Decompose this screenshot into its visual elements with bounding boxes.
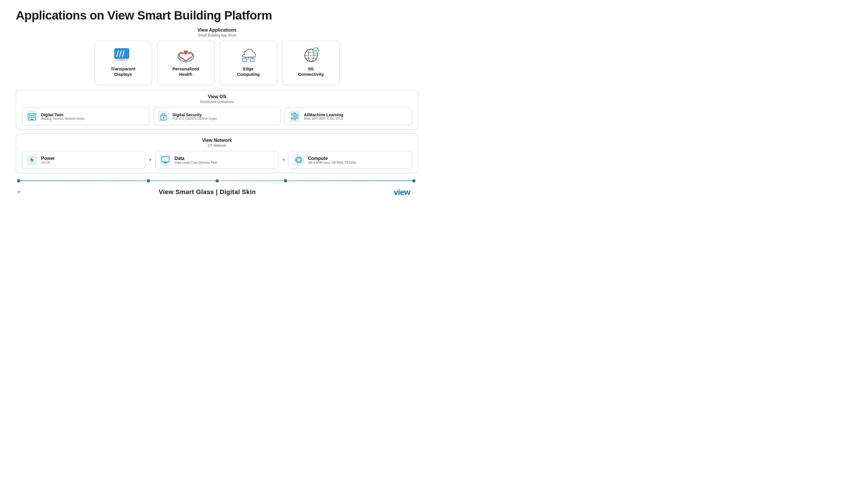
- digital-twin-title: Digital Twin: [41, 112, 85, 117]
- plus-sign-2: +: [281, 157, 286, 163]
- page-number: 37: [17, 190, 21, 194]
- connector-dot-center: [216, 180, 219, 182]
- svg-point-19: [318, 50, 319, 51]
- svg-line-40: [293, 115, 294, 116]
- page: Applications on View Smart Building Plat…: [0, 0, 434, 244]
- digital-twin-text: Digital Twin Building, Sensors, Network …: [41, 112, 85, 120]
- transparent-displays-icon: [113, 46, 133, 63]
- svg-rect-24: [33, 115, 34, 116]
- svg-point-33: [291, 118, 293, 119]
- plus-sign-1: +: [148, 157, 153, 163]
- page-title: Applications on View Smart Building Plat…: [16, 9, 418, 22]
- svg-rect-25: [29, 117, 30, 118]
- compute-subtitle: x86 & ARM cores, GB RAM, TB SSDs: [308, 161, 356, 164]
- app-card-personalized-health: PersonalizedHealth: [157, 41, 215, 85]
- data-title: Data: [175, 156, 218, 161]
- edge-computing-icon: [239, 46, 258, 63]
- svg-rect-23: [31, 115, 32, 116]
- svg-rect-22: [29, 115, 30, 116]
- svg-rect-28: [31, 119, 33, 120]
- digital-security-text: Digital Security TLS v1.2, 128AES-256SHA…: [173, 112, 217, 120]
- view-network-label: View Network: [22, 138, 412, 143]
- svg-rect-4: [118, 59, 125, 60]
- svg-line-45: [296, 116, 297, 118]
- digital-security-subtitle: TLS v1.2, 128AES-256SHA Crypto: [173, 117, 217, 120]
- svg-rect-0: [115, 48, 129, 59]
- power-subtitle: 24v DC: [41, 161, 55, 164]
- view-os-sublabel: Distributed Containers: [22, 100, 412, 104]
- svg-rect-50: [164, 162, 166, 163]
- digital-twin-icon: [26, 110, 38, 122]
- svg-point-37: [297, 114, 298, 116]
- network-card-data: Data Gbps Linear Coax Ethernet, Fiber: [155, 151, 279, 169]
- 5g-connectivity-label: 5GConnectivity: [298, 66, 324, 77]
- power-icon: [26, 154, 38, 166]
- view-os-section: View OS Distributed Containers: [16, 90, 418, 129]
- footer: 37 View Smart Glass | Digital Skin view: [16, 187, 418, 197]
- svg-point-38: [297, 117, 298, 119]
- svg-point-35: [294, 116, 296, 117]
- connector-dot-mid2: [284, 180, 287, 182]
- digital-twin-subtitle: Building, Sensors, Network Nodes: [41, 117, 85, 120]
- os-card-digital-twin: Digital Twin Building, Sensors, Network …: [22, 107, 149, 125]
- os-card-digital-security: Digital Security TLS v1.2, 128AES-256SHA…: [153, 107, 281, 125]
- svg-rect-7: [243, 59, 246, 61]
- ai-ml-title: AI/Machine Learning: [304, 112, 343, 117]
- svg-point-34: [294, 112, 296, 114]
- digital-security-title: Digital Security: [173, 112, 217, 117]
- network-card-compute: Compute x86 & ARM cores, GB RAM, TB SSDs: [289, 151, 412, 169]
- view-applications-section: View Applications Smart Building App Sto…: [16, 28, 418, 85]
- compute-title: Compute: [308, 156, 356, 161]
- svg-rect-26: [31, 117, 32, 118]
- svg-text:5G: 5G: [314, 50, 317, 52]
- edge-computing-label: EdgeComputing: [237, 66, 260, 77]
- data-icon: [160, 154, 171, 166]
- connector-dot-mid1: [147, 180, 150, 182]
- view-logo: view: [394, 187, 417, 197]
- view-os-label: View OS: [22, 94, 412, 99]
- connector-dot-left: [17, 180, 20, 182]
- 5g-connectivity-icon: 5G: [301, 46, 321, 63]
- power-text: Power 24v DC: [41, 156, 55, 164]
- svg-line-46: [296, 118, 297, 119]
- network-cards-row: Power 24v DC + Data: [22, 151, 412, 169]
- power-title: Power: [41, 156, 55, 161]
- app-cards-row: TransparentDisplays: [16, 41, 418, 85]
- view-applications-sublabel: Smart Building App Store: [16, 33, 418, 37]
- personalized-health-label: PersonalizedHealth: [172, 66, 199, 77]
- view-network-sublabel: OT Network: [22, 143, 412, 148]
- svg-text:view: view: [394, 188, 410, 197]
- view-network-section: View Network OT Network Power 24v DC +: [16, 133, 418, 173]
- svg-rect-51: [163, 163, 167, 163]
- svg-rect-49: [162, 157, 168, 161]
- os-card-ai-ml: AI/Machine Learning RNN, MRT, AER, TLSG,…: [285, 107, 412, 125]
- svg-point-36: [294, 118, 296, 120]
- compute-icon: [293, 154, 305, 166]
- app-card-edge-computing: EdgeComputing: [220, 41, 277, 85]
- connector-bar: [16, 175, 418, 184]
- svg-point-18: [317, 48, 318, 49]
- svg-rect-27: [33, 117, 34, 118]
- footer-title: View Smart Glass | Digital Skin: [21, 188, 394, 196]
- svg-line-44: [296, 115, 297, 116]
- ai-ml-text: AI/Machine Learning RNN, MRT, AER, TLSG,…: [304, 112, 343, 120]
- digital-security-icon: [158, 110, 169, 122]
- os-cards-row: Digital Twin Building, Sensors, Network …: [22, 107, 412, 125]
- connector-dot-right: [412, 180, 415, 182]
- svg-point-32: [291, 113, 293, 115]
- svg-point-30: [162, 117, 164, 118]
- svg-rect-53: [297, 158, 300, 161]
- data-subtitle: Gbps Linear Coax Ethernet, Fiber: [175, 161, 218, 164]
- svg-rect-5: [116, 60, 127, 61]
- ai-ml-icon: [289, 110, 301, 122]
- data-text: Data Gbps Linear Coax Ethernet, Fiber: [175, 156, 218, 164]
- personalized-health-icon: [176, 46, 196, 63]
- ai-ml-subtitle: RNN, MRT, AER, TLSG, RTLS: [304, 117, 343, 120]
- transparent-displays-label: TransparentDisplays: [111, 66, 135, 77]
- compute-text: Compute x86 & ARM cores, GB RAM, TB SSDs: [308, 156, 356, 164]
- app-card-transparent-displays: TransparentDisplays: [94, 41, 152, 85]
- svg-line-41: [293, 116, 294, 118]
- app-card-5g-connectivity: 5G 5GConnectivity: [282, 41, 340, 85]
- svg-marker-47: [30, 156, 34, 164]
- view-applications-label: View Applications: [16, 28, 418, 33]
